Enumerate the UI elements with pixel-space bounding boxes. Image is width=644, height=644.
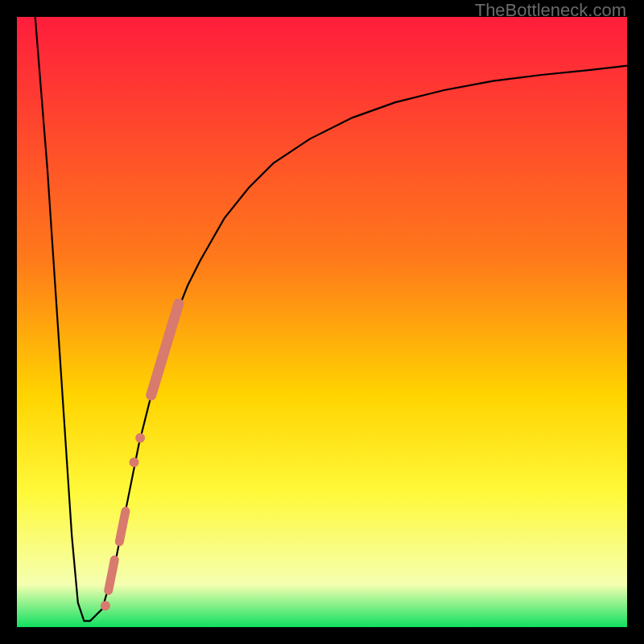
watermark-text: TheBottleneck.com xyxy=(475,0,626,21)
dot-2 xyxy=(135,433,145,443)
chart-frame: TheBottleneck.com xyxy=(0,0,644,644)
segment-short-a xyxy=(119,511,126,542)
segment-short-b xyxy=(109,560,115,591)
plot-svg xyxy=(17,17,627,627)
plot-area xyxy=(17,17,627,627)
gradient-background xyxy=(17,17,627,627)
dot-1 xyxy=(130,457,139,467)
dot-bottom xyxy=(101,601,110,610)
